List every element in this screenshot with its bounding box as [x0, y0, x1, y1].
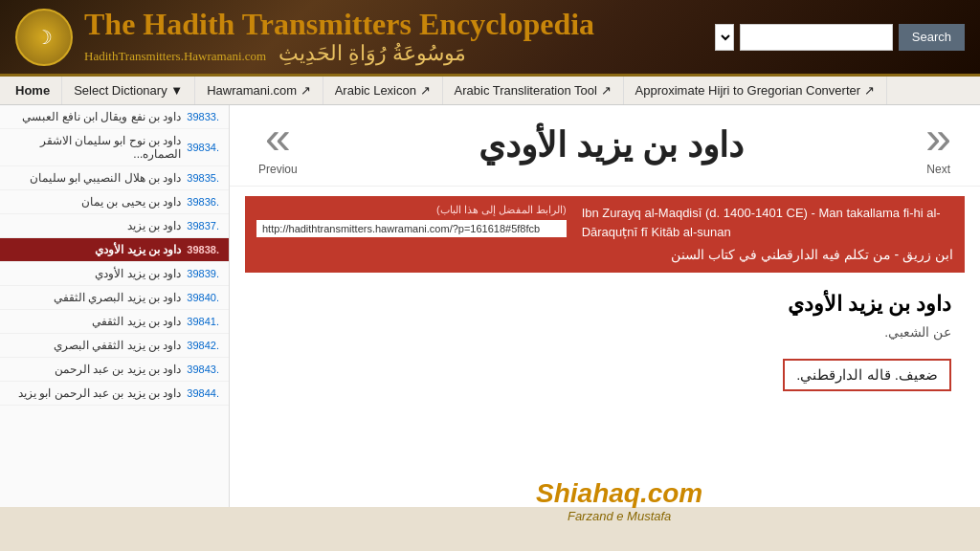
permalink-box: (الرابط المفضل إلى هذا الباب) http://had…	[245, 196, 965, 273]
sidebar-item-39841[interactable]: 39841. داود بن يزيد الثقفي	[0, 310, 229, 334]
nav-transliteration[interactable]: Arabic Transliteration Tool ↗	[443, 77, 624, 104]
watermark: Shiahaq.com Farzand e Mustafa	[536, 478, 702, 523]
nav-arabic-lexicon[interactable]: Arabic Lexicon ↗	[323, 77, 443, 104]
site-title: The Hadith Transmitters Encyclopedia	[84, 8, 594, 41]
source-text-en: Ibn Zurayq al-Maqdisī (d. 1400-1401 CE) …	[582, 204, 953, 241]
search-button[interactable]: Search	[899, 24, 965, 51]
nav-hawramani[interactable]: Hawramani.com ↗	[195, 77, 323, 104]
article-name: داود بن يزيد الأودي	[258, 292, 951, 317]
next-button[interactable]: » Next	[925, 115, 951, 176]
search-input[interactable]	[740, 24, 893, 51]
nav-select-dictionary[interactable]: Select Dictionary ▼	[62, 77, 195, 104]
sidebar-item-39843[interactable]: 39843. داود بن يزيد بن عبد الرحمن	[0, 358, 229, 382]
sidebar-item-39833[interactable]: 39833. داود بن نفع ويقال ابن نافع العبسي	[0, 105, 229, 129]
source-text-ar: ابن زريق - من تكلم فيه الدارقطني في كتاب…	[582, 245, 953, 265]
navbar: Home Select Dictionary ▼ Hawramani.com ↗…	[0, 77, 980, 105]
permalink-label: (الرابط المفضل إلى هذا الباب)	[256, 204, 567, 216]
permalink-right: Ibn Zurayq al-Maqdisī (d. 1400-1401 CE) …	[582, 204, 953, 265]
content-area: « Previou داود بن يزيد الأودي » Next (ال…	[230, 105, 980, 507]
sidebar-item-39839[interactable]: 39839. داود بن يزيد الأودي	[0, 262, 229, 286]
nav-home[interactable]: Home	[4, 77, 62, 104]
sidebar-item-39842[interactable]: 39842. داود بن يزيد الثقفي البصري	[0, 334, 229, 358]
search-type-dropdown[interactable]: ▼	[715, 24, 734, 51]
site-subtitle: HadithTransmitters.Hawramani.com مَوسُوع…	[84, 41, 594, 66]
permalink-left: (الرابط المفضل إلى هذا الباب) http://had…	[256, 204, 567, 237]
site-logo: ☽	[15, 9, 73, 66]
search-area: ▼ Search	[715, 24, 965, 51]
article-source: عن الشعبي.	[258, 324, 951, 340]
sidebar-item-39835[interactable]: 39835. داود بن هلال النصيبي ابو سليمان	[0, 166, 229, 190]
sidebar: 39833. داود بن نفع ويقال ابن نافع العبسي…	[0, 105, 230, 507]
permalink-url[interactable]: http://hadithtransmitters.hawramani.com/…	[256, 220, 567, 237]
sidebar-item-39836[interactable]: 39836. داود بن يحيى بن يمان	[0, 190, 229, 214]
page-title: داود بن يزيد الأودي	[479, 125, 744, 165]
article-content: داود بن يزيد الأودي عن الشعبي. ضعيف. قال…	[230, 282, 980, 401]
header-left: ☽ The Hadith Transmitters Encyclopedia H…	[15, 8, 594, 66]
article-text: ضعيف. قاله الدارقطني.	[783, 359, 951, 391]
header-title-block: The Hadith Transmitters Encyclopedia Had…	[84, 8, 594, 66]
sidebar-item-39834[interactable]: 39834. داود بن نوح ابو سليمان الاشقر الص…	[0, 129, 229, 166]
sidebar-item-39844[interactable]: 39844. داود بن يزيد بن عبد الرحمن ابو يز…	[0, 382, 229, 406]
nav-hijri-converter[interactable]: Approximate Hijri to Gregorian Converter…	[624, 77, 887, 104]
sidebar-item-39837[interactable]: 39837. داود بن يزيد	[0, 214, 229, 238]
sidebar-item-39838[interactable]: 39838. داود بن يزيد الأودي	[0, 238, 229, 262]
main-layout: 39833. داود بن نفع ويقال ابن نافع العبسي…	[0, 105, 980, 507]
sidebar-item-39840[interactable]: 39840. داود بن يزيد البصري الثقفي	[0, 286, 229, 310]
site-header: ☽ The Hadith Transmitters Encyclopedia H…	[0, 0, 980, 77]
page-nav-row: « Previou داود بن يزيد الأودي » Next	[230, 105, 980, 187]
prev-button[interactable]: « Previou	[258, 115, 298, 176]
